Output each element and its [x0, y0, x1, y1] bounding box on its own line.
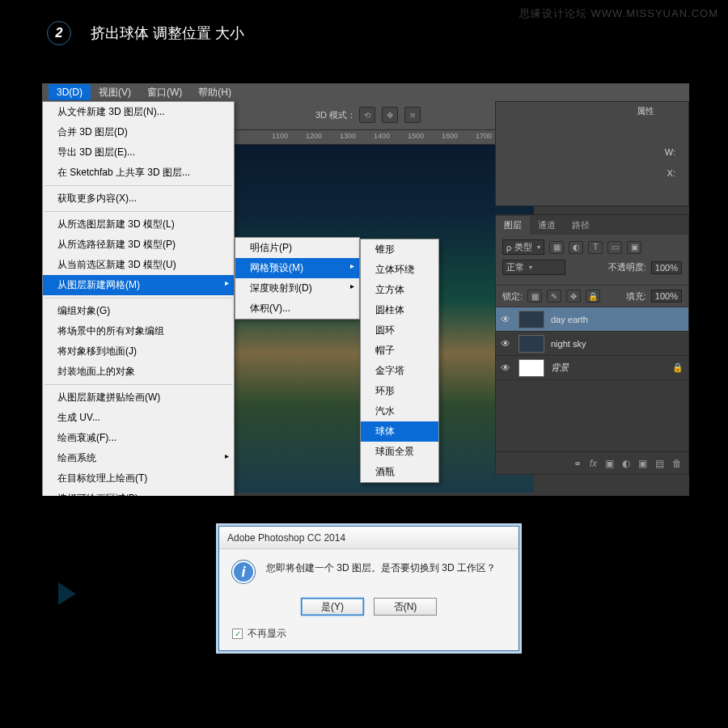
- ruler-tick: 1600: [442, 132, 458, 140]
- menu-item[interactable]: 立方体: [361, 280, 438, 300]
- layer-name: night sky: [551, 339, 586, 349]
- prop-x-label: X:: [667, 168, 675, 178]
- menu-item[interactable]: 获取更多内容(X)...: [43, 188, 234, 209]
- menu-item[interactable]: 网格预设(M): [235, 258, 359, 278]
- menu-item[interactable]: 明信片(P): [235, 238, 359, 258]
- trash-icon[interactable]: 🗑: [672, 458, 682, 469]
- yes-button[interactable]: 是(Y): [301, 598, 364, 616]
- lock-icon: 🔒: [672, 362, 684, 373]
- adjust-icon[interactable]: ◐: [622, 458, 630, 469]
- lock-paint-icon[interactable]: ✎: [547, 290, 561, 303]
- menu-item[interactable]: 球面全景: [361, 442, 438, 462]
- filter-shape-icon[interactable]: ▭: [607, 241, 622, 254]
- tab-paths[interactable]: 路径: [564, 216, 598, 235]
- menu-view[interactable]: 视图(V): [91, 83, 139, 102]
- filter-smart-icon[interactable]: ▣: [627, 241, 641, 254]
- layer-list: 👁day earth👁night sky👁背景🔒: [496, 307, 688, 451]
- menu-item[interactable]: 金字塔: [361, 361, 438, 381]
- menu-item[interactable]: 绘画衰减(F)...: [43, 428, 234, 448]
- properties-panel: 属性 W: X:: [495, 101, 689, 206]
- new-icon[interactable]: ▤: [655, 458, 664, 469]
- dialog-text: 您即将创建一个 3D 图层。是否要切换到 3D 工作区？: [266, 561, 496, 575]
- menu-item[interactable]: 从所选路径新建 3D 模型(P): [43, 235, 234, 255]
- pan-icon[interactable]: ✥: [382, 107, 398, 123]
- menu-item[interactable]: 绘画系统: [43, 448, 234, 468]
- menu-item[interactable]: 从图层新建拼贴绘画(W): [43, 387, 234, 408]
- layer-bottom-bar: ⚭ fx ▣ ◐ ▣ ▤ 🗑: [496, 451, 688, 474]
- layer-name: day earth: [551, 315, 588, 324]
- lock-trans-icon[interactable]: ▦: [527, 290, 542, 303]
- layer-name: 背景: [551, 362, 569, 374]
- dialog-wrap: Adobe Photoshop CC 2014 i 您即将创建一个 3D 图层。…: [218, 526, 519, 651]
- menu-3d[interactable]: 3D(D): [49, 84, 91, 100]
- filter-type-icon[interactable]: T: [588, 241, 603, 254]
- play-arrow-icon: [58, 582, 76, 605]
- menu-item[interactable]: 帽子: [361, 341, 438, 361]
- visibility-icon[interactable]: 👁: [501, 338, 512, 349]
- menu-help[interactable]: 帮助(H): [190, 83, 239, 102]
- opacity-value[interactable]: 100%: [651, 261, 682, 274]
- tab-layers[interactable]: 图层: [496, 216, 530, 235]
- layer-row[interactable]: 👁day earth: [496, 307, 688, 332]
- menu-item[interactable]: 将对象移到地面(J): [43, 341, 234, 362]
- menu-item[interactable]: 编组对象(G): [43, 301, 234, 321]
- menu-item[interactable]: 酒瓶: [361, 462, 438, 482]
- menu-item[interactable]: 体积(V)...: [235, 298, 359, 319]
- submenu-mesh-preset: 锥形立体环绕立方体圆柱体圆环帽子金字塔环形汽水球体球面全景酒瓶: [360, 239, 439, 483]
- menu-item[interactable]: 选择可绘画区域(B): [43, 489, 234, 496]
- menu-item[interactable]: 导出 3D 图层(E)...: [43, 142, 234, 163]
- layers-panel: 图层 通道 路径 ρ 类型 ▦ ◐ T ▭ ▣ 正常 不透明度: 100%: [495, 214, 689, 475]
- link-icon[interactable]: ⚭: [574, 458, 582, 469]
- no-button[interactable]: 否(N): [374, 598, 437, 616]
- submenu-new-mesh: 明信片(P)网格预设(M)深度映射到(D)体积(V)...: [235, 237, 360, 320]
- tab-channels[interactable]: 通道: [530, 216, 564, 235]
- menu-item[interactable]: 在目标纹理上绘画(T): [43, 468, 234, 489]
- menu-item[interactable]: 将场景中的所有对象编组: [43, 321, 234, 341]
- layer-row[interactable]: 👁night sky: [496, 332, 688, 356]
- mask-icon[interactable]: ▣: [605, 458, 614, 469]
- filter-pixel-icon[interactable]: ▦: [549, 241, 564, 254]
- mode-icons: ⟲ ✥ ⤧: [359, 107, 421, 123]
- fill-value[interactable]: 100%: [651, 290, 682, 303]
- menu-item[interactable]: 汽水: [361, 401, 438, 421]
- menu-item[interactable]: 从图层新建网格(M): [43, 275, 234, 295]
- filter-adjust-icon[interactable]: ◐: [569, 241, 583, 254]
- blend-mode-select[interactable]: 正常: [502, 260, 565, 275]
- menu-item[interactable]: 在 Sketchfab 上共享 3D 图层...: [43, 163, 234, 183]
- menu-item[interactable]: 环形: [361, 381, 438, 401]
- menubar: 3D(D) 视图(V) 窗口(W) 帮助(H): [42, 83, 689, 101]
- menu-item[interactable]: 圆环: [361, 320, 438, 341]
- fx-icon[interactable]: fx: [590, 458, 597, 469]
- info-icon: i: [232, 561, 255, 583]
- menu-window[interactable]: 窗口(W): [139, 83, 190, 102]
- menu-item[interactable]: 圆柱体: [361, 300, 438, 320]
- dont-show-label: 不再显示: [248, 627, 286, 641]
- menu-item[interactable]: 从文件新建 3D 图层(N)...: [43, 102, 234, 122]
- menu-item[interactable]: 立体环绕: [361, 260, 438, 280]
- visibility-icon[interactable]: 👁: [501, 362, 512, 374]
- prop-title: 属性: [637, 105, 654, 117]
- menu-item[interactable]: 深度映射到(D): [235, 278, 359, 298]
- menu-item[interactable]: 锥形: [361, 239, 438, 260]
- menu-item[interactable]: 从当前选区新建 3D 模型(U): [43, 255, 234, 275]
- mode-label: 3D 模式：: [315, 109, 356, 121]
- layer-row[interactable]: 👁背景🔒: [496, 356, 688, 380]
- menu-item[interactable]: 从所选图层新建 3D 模型(L): [43, 214, 234, 235]
- orbit-icon[interactable]: ⟲: [359, 107, 375, 123]
- menu-item[interactable]: 合并 3D 图层(D): [43, 122, 234, 142]
- menu-item[interactable]: 球体: [361, 421, 438, 442]
- menu-item[interactable]: 封装地面上的对象: [43, 362, 234, 382]
- layer-controls: ρ 类型 ▦ ◐ T ▭ ▣ 正常 不透明度: 100%: [496, 235, 688, 285]
- filter-kind[interactable]: ρ 类型: [502, 239, 544, 255]
- folder-icon[interactable]: ▣: [638, 458, 647, 469]
- zoom-icon[interactable]: ⤧: [404, 107, 421, 123]
- lock-all-icon[interactable]: 🔒: [586, 290, 600, 303]
- ruler-tick: 1400: [374, 132, 390, 140]
- visibility-icon[interactable]: 👁: [501, 314, 512, 325]
- ruler-tick: 1100: [272, 132, 288, 140]
- lock-pos-icon[interactable]: ✥: [566, 290, 581, 303]
- menu-item[interactable]: 生成 UV...: [43, 408, 234, 428]
- ruler-tick: 1700: [476, 132, 492, 140]
- photoshop-window: 3D(D) 视图(V) 窗口(W) 帮助(H) 3D 模式： ⟲ ✥ ⤧ 110…: [42, 83, 689, 496]
- dont-show-checkbox[interactable]: ✓: [232, 629, 243, 639]
